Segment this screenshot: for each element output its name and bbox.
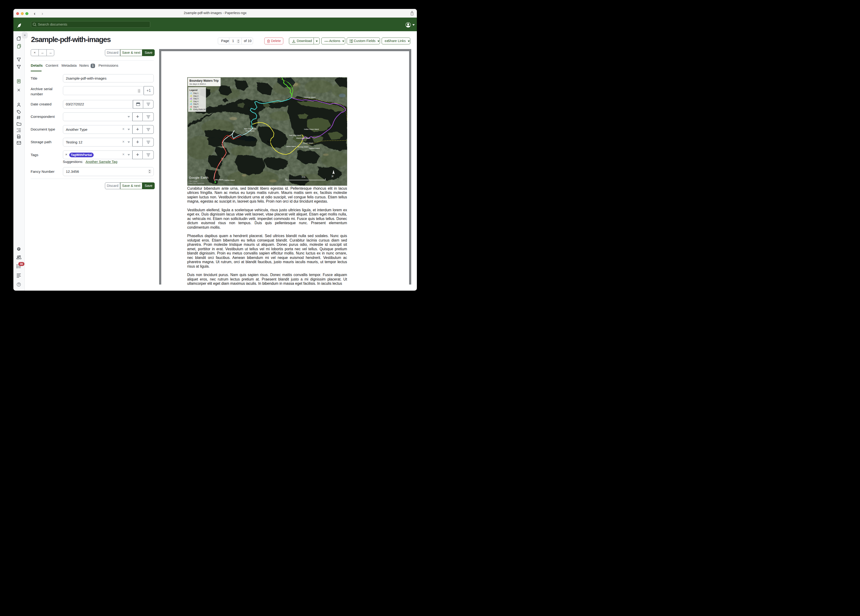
svg-text:New York Island: New York Island xyxy=(244,128,256,130)
svg-text:Half Dog Island: Half Dog Island xyxy=(289,134,301,137)
svg-text:Image © 2017 DigitalGlobe: Image © 2017 DigitalGlobe xyxy=(188,183,204,184)
svg-text:Hausons Island: Hausons Island xyxy=(303,96,315,98)
svg-text:Entry Point 24: Entry Point 24 xyxy=(193,108,206,111)
svg-text:N: N xyxy=(331,174,334,178)
svg-text:Day 5: Day 5 xyxy=(193,103,199,105)
svg-text:© 2017 Google: © 2017 Google xyxy=(188,181,198,182)
svg-text:Day 2: Day 2 xyxy=(193,95,199,97)
svg-text:Norway Island: Norway Island xyxy=(297,146,308,148)
svg-text:Legend: Legend xyxy=(190,89,198,91)
svg-text:Washington Island: Washington Island xyxy=(296,137,310,139)
svg-text:Day 6: Day 6 xyxy=(193,106,199,108)
svg-text:Text: Text xyxy=(267,140,272,143)
svg-text:Day 3: Day 3 xyxy=(193,97,199,100)
svg-text:Squirrel Island: Squirrel Island xyxy=(309,147,320,149)
svg-text:Canoe Island: Canoe Island xyxy=(286,145,296,148)
svg-text:Mile Island: Mile Island xyxy=(215,179,223,181)
svg-text:Lincoln Island: Lincoln Island xyxy=(303,142,313,144)
svg-text:Gary Island: Gary Island xyxy=(245,130,254,132)
svg-text:Six days in BWCA: Six days in BWCA xyxy=(190,83,206,85)
svg-text:Day 4: Day 4 xyxy=(193,100,199,102)
svg-text:Indian Grave Island: Indian Grave Island xyxy=(304,128,319,130)
svg-text:Day 1: Day 1 xyxy=(193,92,199,94)
svg-text:Boundary Waters Trip: Boundary Waters Trip xyxy=(190,79,218,82)
svg-text:3 mi: 3 mi xyxy=(301,176,305,178)
svg-text:Google Earth: Google Earth xyxy=(189,176,209,179)
svg-text:Charlies Island: Charlies Island xyxy=(223,179,234,181)
